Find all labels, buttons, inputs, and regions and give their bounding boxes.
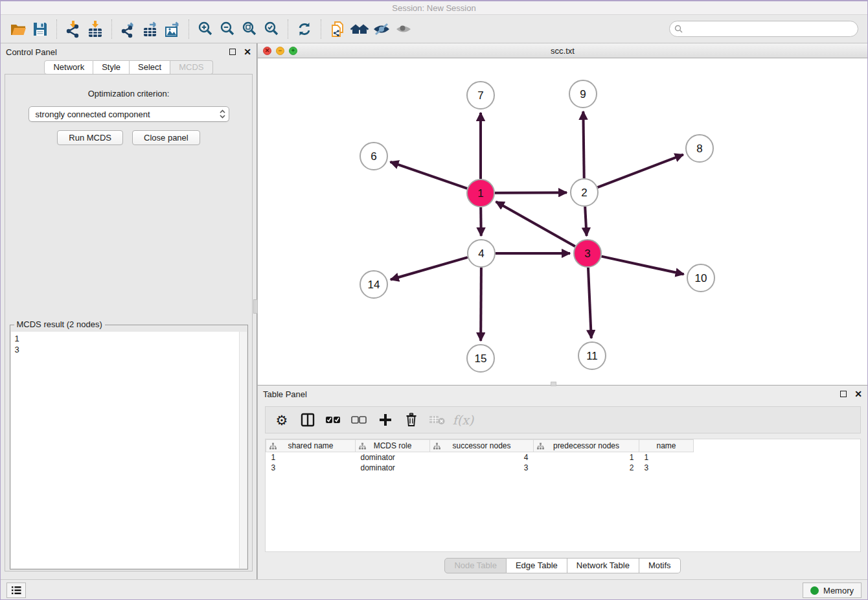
column-header-name[interactable]: name (639, 440, 694, 452)
float-panel-icon[interactable] (840, 391, 847, 397)
svg-text:11: 11 (586, 350, 598, 362)
float-panel-icon[interactable] (229, 49, 236, 55)
edge-2-9[interactable] (583, 111, 584, 178)
graph-node-6[interactable]: 6 (360, 143, 387, 170)
close-panel-icon[interactable]: ✕ (854, 391, 862, 397)
graph-node-14[interactable]: 14 (360, 271, 387, 298)
table-cell[interactable]: 2 (534, 463, 639, 473)
network-window-title: scc.txt (258, 46, 867, 56)
table-cell[interactable]: 3 (430, 463, 534, 473)
edge-2-3[interactable] (585, 207, 586, 236)
column-header-shared-name[interactable]: shared name (266, 440, 356, 452)
column-header-successor-nodes[interactable]: successor nodes (430, 440, 534, 452)
save-icon[interactable] (29, 19, 51, 40)
graph-node-1[interactable]: 1 (467, 179, 494, 207)
table-cell[interactable]: 1 (534, 452, 639, 463)
split-columns-icon[interactable] (297, 410, 319, 430)
function-builder-icon[interactable]: f(x) (452, 410, 474, 430)
optimization-criterion-select[interactable]: strongly connected component (29, 106, 229, 122)
table-cell[interactable]: 1 (266, 452, 356, 463)
optimization-criterion-label: Optimization criterion: (88, 89, 170, 98)
graph-node-15[interactable]: 15 (467, 345, 494, 372)
task-history-button[interactable] (6, 583, 26, 598)
tab-edge-table[interactable]: Edge Table (507, 558, 567, 573)
zoom-selected-icon[interactable] (260, 19, 282, 40)
export-network-icon[interactable] (117, 19, 139, 40)
column-header-MCDS-role[interactable]: MCDS role (356, 440, 430, 452)
delete-column-icon[interactable] (400, 410, 422, 430)
mcds-result-text[interactable]: 13 (11, 332, 247, 568)
zoom-in-icon[interactable] (194, 19, 216, 40)
run-mcds-button[interactable]: Run MCDS (57, 130, 123, 145)
table-cell[interactable]: 4 (430, 452, 534, 463)
home-icon[interactable] (348, 19, 371, 40)
hide-selected-icon[interactable] (371, 19, 393, 40)
table-cell[interactable]: 1 (639, 452, 694, 463)
svg-text:1: 1 (477, 187, 483, 200)
graph-node-2[interactable]: 2 (571, 179, 598, 206)
delete-table-icon[interactable] (426, 410, 448, 430)
svg-text:9: 9 (580, 88, 586, 100)
select-all-icon[interactable] (323, 410, 345, 430)
graph-node-10[interactable]: 10 (687, 264, 714, 292)
import-network-icon[interactable] (62, 19, 84, 40)
control-panel: Control Panel ✕ NetworkStyleSelectMCDS O… (1, 43, 257, 579)
graph-node-4[interactable]: 4 (468, 240, 495, 267)
splitter-handle[interactable] (551, 382, 556, 386)
close-panel-icon[interactable]: ✕ (244, 49, 251, 55)
add-column-icon[interactable] (374, 410, 396, 430)
zoom-out-icon[interactable] (216, 19, 238, 40)
close-panel-button[interactable]: Close panel (132, 130, 200, 145)
tab-network[interactable]: Network (44, 60, 93, 75)
settings-icon[interactable]: ⚙ (271, 410, 293, 430)
search-input[interactable] (669, 21, 858, 37)
network-canvas[interactable]: 7968124314101511 (258, 58, 867, 385)
edge-1-6[interactable] (391, 162, 468, 189)
splitter-handle[interactable] (253, 299, 258, 314)
tab-node-table[interactable]: Node Table (444, 558, 507, 573)
edge-4-14[interactable] (391, 257, 468, 279)
edge-1-2[interactable] (495, 192, 567, 193)
svg-text:10: 10 (695, 272, 707, 284)
graph-node-7[interactable]: 7 (467, 82, 494, 109)
table-row[interactable]: 1dominator411 (266, 452, 694, 463)
tab-mcds[interactable]: MCDS (170, 60, 212, 75)
edge-4-15[interactable] (481, 268, 481, 341)
zoom-fit-icon[interactable] (238, 19, 260, 40)
copy-network-icon[interactable] (326, 19, 348, 40)
result-scrollbar[interactable] (239, 332, 247, 568)
table-cell[interactable]: dominator (356, 463, 430, 473)
graph-node-11[interactable]: 11 (578, 342, 606, 369)
open-icon[interactable] (7, 19, 29, 40)
tab-network-table[interactable]: Network Table (567, 558, 639, 573)
deselect-all-icon[interactable] (348, 410, 371, 430)
toolbar-separator (288, 19, 288, 39)
export-table-icon[interactable] (139, 19, 161, 40)
table-cell[interactable]: 3 (639, 463, 694, 473)
edge-2-8[interactable] (598, 155, 683, 188)
table-cell[interactable]: 3 (266, 463, 356, 473)
svg-text:14: 14 (368, 279, 380, 291)
import-table-icon[interactable] (84, 19, 106, 40)
table-cell[interactable]: dominator (356, 452, 430, 463)
export-image-icon[interactable] (161, 19, 183, 40)
table-row[interactable]: 3dominator323 (266, 463, 694, 473)
graph-node-9[interactable]: 9 (569, 80, 597, 108)
table-tabs: Node TableEdge TableNetwork TableMotifs (444, 558, 680, 573)
tab-motifs[interactable]: Motifs (639, 558, 681, 573)
edge-3-10[interactable] (601, 257, 683, 275)
svg-text:6: 6 (371, 150, 376, 163)
graph-node-3[interactable]: 3 (574, 240, 601, 267)
memory-button[interactable]: Memory (803, 583, 862, 598)
column-header-predecessor-nodes[interactable]: predecessor nodes (534, 440, 639, 452)
tab-style[interactable]: Style (93, 60, 130, 75)
memory-label: Memory (823, 586, 854, 595)
edge-3-11[interactable] (588, 268, 591, 338)
tab-select[interactable]: Select (130, 60, 170, 75)
network-graph[interactable]: 7968124314101511 (258, 58, 863, 385)
graph-node-8[interactable]: 8 (686, 135, 713, 162)
refresh-icon[interactable] (293, 19, 315, 40)
show-all-icon[interactable] (393, 19, 415, 40)
dropdown-value: strongly connected component (36, 110, 219, 119)
edge-3-1[interactable] (496, 202, 575, 246)
